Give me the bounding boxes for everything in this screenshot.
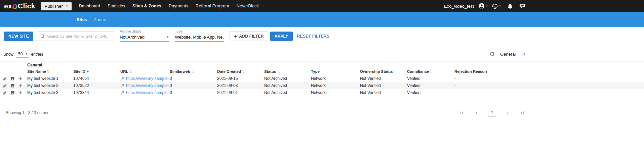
add-zone-plus-icon[interactable] bbox=[18, 84, 23, 88]
link-icon bbox=[120, 91, 125, 95]
column-view-select[interactable]: General ▾ bbox=[500, 52, 525, 57]
edit-pencil-icon[interactable] bbox=[3, 84, 7, 88]
apply-button[interactable]: APPLY bbox=[270, 32, 293, 41]
add-zone-plus-icon[interactable] bbox=[18, 91, 23, 95]
main-nav: Dashboard Statistics Sites & Zones Payme… bbox=[75, 0, 263, 12]
cell-rejection-reason: - bbox=[454, 89, 644, 96]
tab-sites[interactable]: Sites bbox=[73, 12, 90, 27]
type-filter-value: Website, Mobile App, Ne... bbox=[175, 35, 224, 40]
nav-neverblock[interactable]: NeverBlock bbox=[233, 0, 263, 12]
logo-o-icon bbox=[12, 4, 17, 9]
search-input[interactable] bbox=[47, 34, 111, 38]
table-row: My test website 3 1073344 https://www.my… bbox=[0, 89, 644, 96]
archive-icon[interactable] bbox=[10, 77, 15, 81]
notifications-bell-icon[interactable] bbox=[508, 3, 513, 9]
nav-payments[interactable]: Payments bbox=[165, 0, 192, 12]
site-url-link[interactable]: https://www.my-sample-sit... bbox=[126, 83, 169, 88]
col-header-similarweb[interactable]: Similarweb⇅ bbox=[169, 68, 217, 75]
cell-similarweb: 0 bbox=[169, 82, 217, 89]
link-icon bbox=[120, 84, 125, 88]
exoclick-logo: ex Click bbox=[4, 2, 35, 10]
sort-icon: ⇅ bbox=[430, 70, 433, 73]
chevron-down-icon: ▾ bbox=[486, 5, 488, 8]
nav-statistics[interactable]: Statistics bbox=[104, 0, 129, 12]
sort-icon: ⇅ bbox=[242, 70, 245, 73]
role-selector-publisher[interactable]: Publisher ▾ bbox=[41, 2, 72, 10]
chevron-down-icon: ▾ bbox=[499, 5, 501, 8]
cell-status: Not Archived bbox=[264, 82, 311, 89]
chat-icon[interactable] bbox=[519, 3, 525, 9]
add-filter-button[interactable]: + ADD FILTER bbox=[230, 32, 268, 41]
tab-zones[interactable]: Zones bbox=[90, 12, 109, 27]
col-header-status[interactable]: Status⇅ bbox=[264, 68, 311, 75]
chevron-down-icon: ▾ bbox=[167, 36, 169, 39]
sites-table: General Site Name⇅ Site ID▼ URL⇅ Similar… bbox=[0, 61, 644, 96]
table-row: My test website 2 1073522 https://www.my… bbox=[0, 82, 644, 89]
table-footer: Showing 1 - 3 / 3 entries 1 bbox=[0, 108, 644, 118]
column-group-general: General bbox=[27, 61, 644, 68]
cell-status: Not Archived bbox=[264, 75, 311, 82]
col-header-date-created[interactable]: Date Created⇅ bbox=[217, 68, 264, 75]
current-page[interactable]: 1 bbox=[488, 109, 496, 117]
cell-type: Network bbox=[311, 89, 360, 96]
link-icon bbox=[120, 77, 125, 81]
cell-compliance: Verified bbox=[407, 75, 454, 82]
entries-label: entries bbox=[31, 52, 43, 57]
reset-filters-link[interactable]: RESET FILTERS bbox=[297, 32, 329, 41]
nav-sites-and-zones[interactable]: Sites & Zones bbox=[129, 0, 165, 12]
chevron-down-icon: ▾ bbox=[26, 53, 27, 55]
account-menu[interactable]: ▾ bbox=[479, 3, 488, 9]
filter-bar: NEW SITE Archive Status Not Archived ▾ T… bbox=[0, 27, 644, 47]
gear-icon[interactable]: ⚙ bbox=[490, 51, 495, 57]
username[interactable]: Exo_video_test bbox=[444, 4, 474, 9]
add-zone-plus-icon[interactable] bbox=[18, 77, 23, 81]
cell-type: Network bbox=[311, 82, 360, 89]
cell-url: https://www.my-sample-sit... bbox=[120, 82, 169, 89]
sort-desc-icon: ▼ bbox=[86, 70, 89, 73]
col-header-url[interactable]: URL⇅ bbox=[120, 68, 169, 75]
edit-pencil-icon[interactable] bbox=[3, 77, 7, 81]
first-page-button[interactable] bbox=[459, 110, 465, 116]
cell-date-created: 2021-09-15 bbox=[217, 75, 264, 82]
cell-rejection-reason: - bbox=[454, 75, 644, 82]
search-box[interactable] bbox=[37, 32, 114, 41]
col-header-site-id[interactable]: Site ID▼ bbox=[73, 68, 120, 75]
pagination: 1 bbox=[459, 109, 525, 117]
site-url-link[interactable]: https://www.my-sample-sit... bbox=[126, 76, 169, 81]
cell-similarweb: 0 bbox=[169, 75, 217, 82]
cell-rejection-reason: - bbox=[454, 82, 644, 89]
cell-url: https://www.my-sample-sit... bbox=[120, 89, 169, 96]
sort-icon: ⇅ bbox=[47, 70, 50, 73]
cell-type: Network bbox=[311, 75, 360, 82]
new-site-button[interactable]: NEW SITE bbox=[4, 32, 33, 41]
last-page-button[interactable] bbox=[519, 110, 525, 116]
cell-site-name: My test website 2 bbox=[27, 82, 73, 89]
language-menu[interactable]: ▾ bbox=[492, 3, 501, 9]
col-header-site-name[interactable]: Site Name⇅ bbox=[27, 68, 73, 75]
nav-referral-program[interactable]: Referral Program bbox=[192, 0, 233, 12]
archive-icon[interactable] bbox=[10, 84, 15, 88]
archive-status-filter[interactable]: Archive Status Not Archived ▾ bbox=[120, 30, 169, 42]
column-group-row: General bbox=[0, 61, 644, 68]
cell-site-id: 1074654 bbox=[73, 75, 120, 82]
edit-pencil-icon[interactable] bbox=[3, 91, 7, 95]
col-header-actions bbox=[0, 68, 27, 75]
table-controls-right: ⚙ General ▾ bbox=[490, 51, 525, 57]
nav-dashboard[interactable]: Dashboard bbox=[75, 0, 104, 12]
cell-date-created: 2021-09-03 bbox=[217, 82, 264, 89]
cell-similarweb: 0 bbox=[169, 89, 217, 96]
search-icon bbox=[40, 34, 45, 39]
col-header-compliance[interactable]: Compliance⇅ bbox=[407, 68, 454, 75]
next-page-button[interactable] bbox=[505, 110, 511, 116]
page-size-select[interactable]: 50 ▾ bbox=[16, 51, 29, 58]
page-size-value: 50 bbox=[18, 52, 23, 56]
archive-status-label: Archive Status bbox=[120, 30, 169, 34]
plus-icon: + bbox=[234, 33, 237, 39]
site-url-link[interactable]: https://www.my-sample-sit... bbox=[126, 90, 169, 95]
archive-icon[interactable] bbox=[10, 91, 15, 95]
cell-compliance: Verified bbox=[407, 82, 454, 89]
cell-site-name: My test website 1 bbox=[27, 75, 73, 82]
cell-date-created: 2021-09-01 bbox=[217, 89, 264, 96]
type-filter[interactable]: Type Website, Mobile App, Ne... ▾ bbox=[175, 30, 224, 42]
previous-page-button[interactable] bbox=[474, 110, 479, 116]
